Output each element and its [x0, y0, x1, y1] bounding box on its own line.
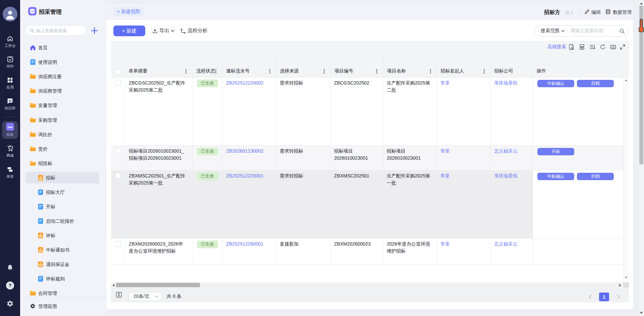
svg-text:SRM: SRM: [8, 126, 12, 128]
svg-text:AI: AI: [9, 99, 11, 102]
svg-text:SRM: SRM: [31, 11, 34, 12]
